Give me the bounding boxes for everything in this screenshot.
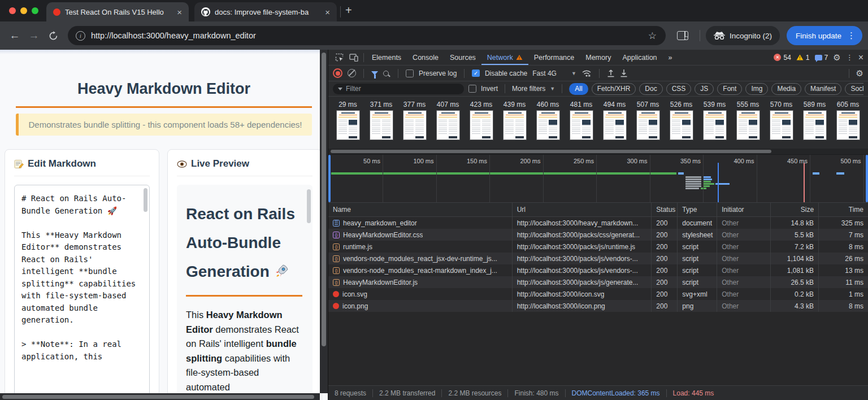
textarea-scrollbar[interactable] [144,188,147,212]
devtools-settings-icon[interactable]: ⚙ [833,53,840,63]
back-button[interactable]: ← [6,27,24,45]
page-horizontal-scrollbar[interactable] [0,393,320,400]
markdown-textarea[interactable]: # React on Rails Auto-Bundle Generation … [14,185,150,400]
finish-update-button[interactable]: Finish update ⋮ [787,26,862,45]
column-header-time[interactable]: Time [818,203,868,216]
filter-pill-fetch-xhr[interactable]: Fetch/XHR [592,83,636,95]
filter-pill-manifest[interactable]: Manifest [805,83,841,95]
filter-input[interactable]: Filter [333,84,464,94]
column-header-initiator[interactable]: Initiator [717,203,770,216]
filmstrip-frame[interactable]: 460 ms [533,101,563,149]
preserve-log-checkbox[interactable] [406,69,414,77]
filmstrip-frame[interactable]: 526 ms [666,101,696,149]
network-settings-icon[interactable]: ⚙ [856,68,863,79]
table-row[interactable]: {}vendors-node_modules_react_jsx-dev-run… [328,253,868,264]
close-tab-icon[interactable]: × [323,7,332,18]
filter-pill-img[interactable]: Img [745,83,768,95]
filmstrip-frame[interactable]: 570 ms [766,101,796,149]
filter-pill-socket[interactable]: Socket [845,83,863,95]
close-tab-icon[interactable]: × [175,7,184,18]
export-har-icon[interactable] [620,69,628,77]
invert-checkbox[interactable] [468,85,476,93]
filmstrip-frame[interactable]: 407 ms [433,101,463,149]
column-header-name[interactable]: Name [328,203,512,216]
filmstrip-frame[interactable]: 605 ms [833,101,863,149]
overview-right-handle[interactable] [866,155,868,202]
new-tab-button[interactable]: + [344,4,357,21]
bookmark-star-icon[interactable]: ☆ [643,30,662,42]
devtools-tab-network[interactable]: Network [481,50,528,65]
devtools-tab-performance[interactable]: Performance [528,50,580,65]
filmstrip-frame[interactable]: 29 ms [333,101,363,149]
devtools-tab-memory[interactable]: Memory [580,50,617,65]
network-overview-timeline[interactable]: 50 ms100 ms150 ms200 ms250 ms300 ms350 m… [328,155,868,203]
network-conditions-icon[interactable] [581,69,592,77]
devtools-close-icon[interactable]: × [858,53,863,63]
side-panel-search-icon[interactable] [677,31,688,40]
table-row[interactable]: heavy_markdown_editorhttp://localhost:30… [328,217,868,229]
record-network-log-button[interactable] [333,68,342,78]
filmstrip-frame[interactable]: 539 ms [700,101,730,149]
console-warnings-badge[interactable]: 1 [796,54,810,62]
url-bar[interactable]: i http://localhost:3000/heavy_markdown_e… [68,26,666,45]
table-row[interactable]: {}HeavyMarkdownEditor.jshttp://localhost… [328,276,868,288]
filmstrip-frame[interactable]: 439 ms [500,101,530,149]
minimize-window-button[interactable] [20,7,27,14]
devtools-tab-sources[interactable]: Sources [444,50,481,65]
devtools-tab-elements[interactable]: Elements [366,50,407,65]
column-header-type[interactable]: Type [677,203,717,216]
import-har-icon[interactable] [607,69,615,77]
throttling-dropdown[interactable]: Fast 4G ▼ [532,69,576,77]
overview-left-handle[interactable] [328,155,331,202]
forward-button[interactable]: → [25,27,43,45]
filmstrip-frame[interactable]: 481 ms [566,101,596,149]
filmstrip-frame[interactable]: 589 ms [800,101,830,149]
filmstrip-frame[interactable]: 377 ms [400,101,429,149]
table-row[interactable]: icon.svghttp://localhost:3000/icon.svg20… [328,288,868,300]
browser-tab-inactive[interactable]: docs: Improve file-system-ba × [194,2,337,21]
status-load[interactable]: Load: 445 ms [666,389,721,397]
filter-pill-doc[interactable]: Doc [639,83,662,95]
devtools-tab-application[interactable]: Application [617,50,662,65]
browser-tab-active[interactable]: Test React On Rails V15 Hello × [46,2,189,21]
filmstrip-frame[interactable]: 507 ms [633,101,663,149]
filmstrip-frame[interactable]: 371 ms [366,101,396,149]
devtools-menu-icon[interactable]: ⋮ [846,53,853,62]
filter-pill-all[interactable]: All [569,83,588,95]
more-panels-chevron[interactable]: » [663,50,678,65]
filter-toggle-icon[interactable] [371,71,378,75]
filter-pill-font[interactable]: Font [717,83,742,95]
column-header-status[interactable]: Status [651,203,677,216]
preview-scrollbar[interactable] [307,189,311,223]
console-errors-badge[interactable]: ✕ 54 [774,54,791,62]
status-domcontentloaded[interactable]: DOMContentLoaded: 365 ms [565,389,666,397]
page-vertical-scrollbar[interactable] [320,50,328,393]
filter-pill-media[interactable]: Media [771,83,801,95]
issues-badge[interactable]: 7 [815,54,828,62]
table-row[interactable]: {}vendors-node_modules_react-markdown_in… [328,264,868,276]
table-row[interactable]: {}runtime.jshttp://localhost:3000/packs/… [328,241,868,253]
close-window-button[interactable] [9,7,16,14]
devtools-tab-console[interactable]: Console [407,50,444,65]
column-header-size[interactable]: Size [770,203,818,216]
inspect-element-icon[interactable] [332,50,346,65]
maximize-window-button[interactable] [32,7,38,14]
filter-pill-js[interactable]: JS [695,83,714,95]
filmstrip-frame[interactable]: 555 ms [733,101,763,149]
filmstrip-frame[interactable]: 423 ms [466,101,496,149]
page-info-icon[interactable]: i [76,31,85,41]
network-search-icon[interactable] [383,71,389,76]
filter-pill-css[interactable]: CSS [666,83,692,95]
filmstrip-scrollbar[interactable] [328,149,868,155]
browser-menu-icon[interactable]: ⋮ [846,31,857,41]
clear-network-log-button[interactable] [348,69,356,77]
filmstrip-frame[interactable]: 494 ms [600,101,630,149]
disable-cache-checkbox[interactable]: ✓ [472,69,480,77]
device-toolbar-icon[interactable] [346,50,361,65]
incognito-badge[interactable]: Incognito (2) [706,26,780,45]
table-row[interactable]: icon.pnghttp://localhost:3000/icon.png20… [328,300,868,312]
more-filters-dropdown[interactable]: More filters [512,85,545,93]
reload-button[interactable] [44,27,62,45]
table-row[interactable]: {}HeavyMarkdownEditor.csshttp://localhos… [328,229,868,241]
column-header-url[interactable]: Url [512,203,652,216]
